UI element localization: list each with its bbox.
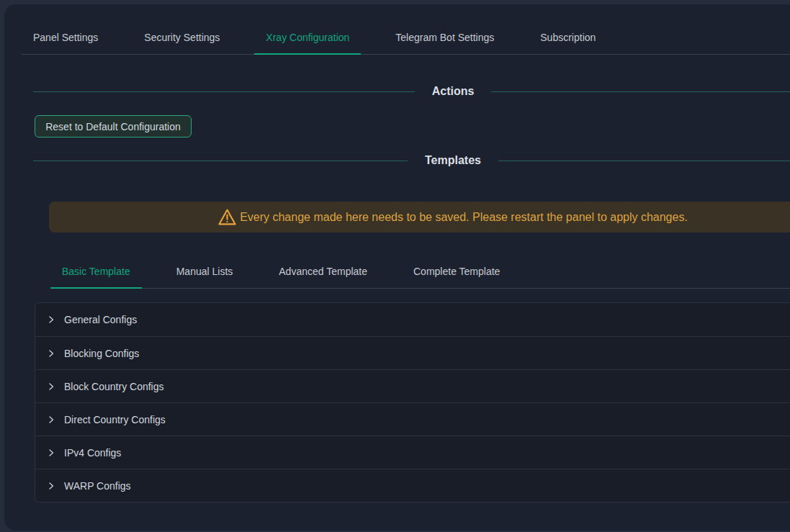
divider-templates: Templates bbox=[33, 152, 790, 169]
tab-advanced-template[interactable]: Advanced Template bbox=[267, 256, 379, 288]
panel-blocking-configs[interactable]: Blocking Configs bbox=[35, 336, 790, 369]
config-collapse: General Configs Blocking Configs Block C… bbox=[35, 302, 790, 502]
main-tabs: Panel Settings Security Settings Xray Co… bbox=[22, 22, 790, 55]
tab-xray-configuration[interactable]: Xray Configuration bbox=[254, 22, 361, 54]
reset-default-btn[interactable]: Reset to Default Configuration bbox=[35, 115, 192, 137]
xray-settings-page: Panel Settings Security Settings Xray Co… bbox=[0, 0, 790, 532]
warning-alert: Every change made here needs to be saved… bbox=[49, 202, 790, 233]
panel-ipv4-configs[interactable]: IPv4 Configs bbox=[35, 436, 790, 469]
tab-security-settings[interactable]: Security Settings bbox=[133, 22, 231, 54]
divider-actions: Actions bbox=[33, 83, 790, 100]
panel-warp-configs[interactable]: WARP Configs bbox=[35, 469, 790, 502]
settings-card: Panel Settings Security Settings Xray Co… bbox=[4, 4, 790, 531]
panel-block-country-configs[interactable]: Block Country Configs bbox=[35, 369, 790, 402]
tab-basic-template[interactable]: Basic Template bbox=[50, 256, 142, 288]
tab-panel-settings[interactable]: Panel Settings bbox=[22, 22, 109, 54]
panel-general-configs[interactable]: General Configs bbox=[35, 303, 790, 336]
tab-subscription[interactable]: Subscription bbox=[529, 22, 607, 54]
tab-telegram-bot-settings[interactable]: Telegram Bot Settings bbox=[384, 22, 506, 54]
tab-complete-template[interactable]: Complete Template bbox=[402, 256, 511, 288]
tab-manual-lists[interactable]: Manual Lists bbox=[165, 256, 245, 288]
panel-direct-country-configs[interactable]: Direct Country Configs bbox=[35, 402, 790, 436]
template-tabs: Basic Template Manual Lists Advanced Tem… bbox=[50, 256, 790, 289]
